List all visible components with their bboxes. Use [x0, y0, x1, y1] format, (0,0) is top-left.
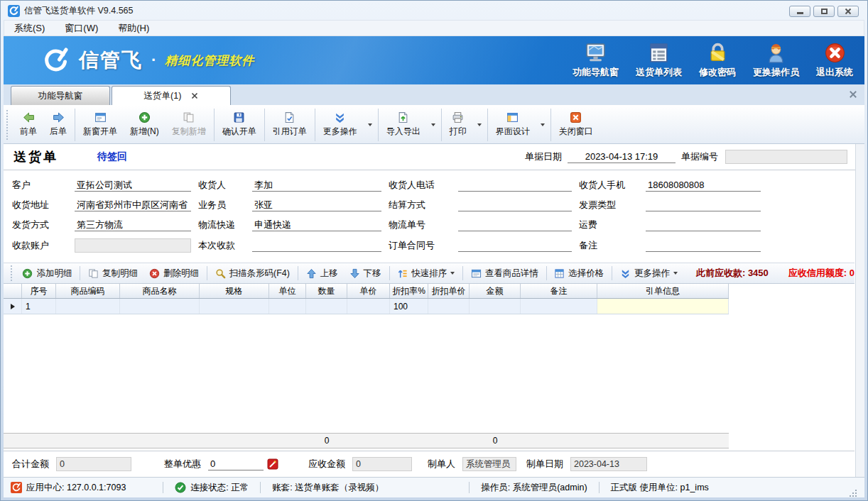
cell-product-code[interactable]: [56, 299, 120, 314]
close-button[interactable]: [837, 6, 859, 17]
chevron-down-icon: [368, 123, 372, 126]
cell-ref-info[interactable]: [597, 299, 729, 314]
scan-barcode-button[interactable]: 扫描条形码(F4): [210, 268, 295, 280]
cell-note[interactable]: [521, 299, 597, 314]
prev-order-button[interactable]: 前单: [13, 109, 43, 141]
maker-label: 制单人: [428, 458, 455, 470]
add-icon: [139, 111, 151, 123]
import-export-button[interactable]: 导入导出: [380, 109, 427, 141]
menu-system[interactable]: 系统(S): [14, 22, 45, 35]
receivable-amount-label: 应收金额: [308, 458, 345, 470]
settlement-field[interactable]: [458, 199, 572, 211]
tabstrip-close-icon[interactable]: [849, 90, 857, 99]
nav-window-button[interactable]: 功能导航窗: [573, 41, 619, 79]
freight-field[interactable]: [646, 219, 761, 231]
ui-design-dropdown[interactable]: [536, 107, 549, 142]
banner: 信管飞 · 精细化管理软件 功能导航窗 送货单列表 修改密码 更换操作员: [4, 36, 864, 84]
ui-design-button[interactable]: 界面设计: [489, 109, 536, 141]
more-actions-icon: [620, 268, 631, 279]
ship-method-field[interactable]: [75, 219, 191, 231]
remark-field[interactable]: [646, 239, 761, 252]
print-dropdown[interactable]: [473, 107, 486, 142]
receiver-field[interactable]: [252, 179, 381, 192]
receiver-phone-field[interactable]: [458, 179, 572, 192]
copy-icon: [183, 111, 195, 123]
status-badge: 待签回: [97, 150, 127, 163]
copy-detail-button[interactable]: 复制明细: [82, 268, 143, 280]
payment-account-field: [75, 238, 191, 253]
view-product-detail-button[interactable]: 查看商品详情: [465, 268, 544, 280]
cell-discount-price[interactable]: [428, 299, 470, 314]
app-logo-icon: [8, 5, 20, 17]
lock-icon: [706, 41, 729, 65]
address-field[interactable]: [75, 199, 191, 211]
delivery-list-button[interactable]: 送货单列表: [636, 41, 682, 79]
cell-unit[interactable]: [269, 299, 306, 314]
new-window-order-button[interactable]: 新窗开单: [77, 109, 124, 141]
tab-delivery-order[interactable]: 送货单(1): [112, 86, 231, 105]
cell-qty[interactable]: [306, 299, 347, 314]
order-discount-field[interactable]: [208, 458, 264, 470]
table-row[interactable]: 1 100: [4, 299, 729, 314]
move-down-button[interactable]: 下移: [344, 268, 387, 280]
doc-date-field[interactable]: [568, 150, 676, 163]
minimize-icon: [797, 12, 803, 14]
cell-discount-rate[interactable]: 100: [390, 299, 428, 314]
col-product-name: 商品名称: [120, 284, 200, 298]
tab-strip: 功能导航窗 送货单(1): [4, 84, 864, 105]
logistics-no-field[interactable]: [458, 219, 572, 231]
tab-nav-window[interactable]: 功能导航窗: [11, 86, 110, 105]
toolbar-grip[interactable]: [6, 110, 11, 140]
customer-field[interactable]: [75, 179, 191, 192]
check-circle-icon: [175, 482, 186, 493]
menu-help[interactable]: 帮助(H): [118, 22, 149, 35]
banner-actions: 功能导航窗 送货单列表 修改密码 更换操作员 退出系统: [573, 41, 853, 79]
move-up-button[interactable]: 上移: [300, 268, 344, 280]
current-payment-field[interactable]: [252, 239, 381, 252]
operator-status: 操作员: 系统管理员(admin): [481, 482, 587, 494]
cell-seq[interactable]: 1: [22, 299, 56, 314]
resize-grip-icon[interactable]: [849, 489, 857, 497]
product-detail-icon: [471, 268, 482, 279]
import-export-dropdown[interactable]: [427, 107, 440, 142]
edit-discount-icon[interactable]: [267, 458, 278, 470]
logistics-express-field[interactable]: [252, 219, 381, 231]
chevron-down-icon: [450, 272, 455, 275]
salesman-field[interactable]: [252, 199, 381, 211]
col-discount-rate: 折扣率%: [390, 284, 428, 298]
switch-operator-button[interactable]: 更换操作员: [753, 41, 799, 79]
receiver-mobile-field[interactable]: [646, 179, 761, 192]
more-actions-dropdown[interactable]: [364, 107, 376, 142]
add-new-button[interactable]: 新增(N): [124, 109, 166, 141]
minimize-button[interactable]: [789, 6, 810, 17]
select-price-button[interactable]: 选择价格: [548, 268, 609, 280]
cell-product-name[interactable]: [120, 299, 200, 314]
order-contract-field[interactable]: [458, 239, 572, 252]
add-detail-button[interactable]: 添加明细: [16, 268, 77, 280]
vertical-scrollbar[interactable]: [855, 144, 864, 477]
quick-sort-button[interactable]: 快速排序: [391, 268, 460, 280]
confirm-order-button[interactable]: 确认开单: [216, 109, 263, 141]
menu-window[interactable]: 窗口(W): [65, 22, 98, 35]
detail-toolbar-grip[interactable]: [11, 265, 13, 281]
cell-price[interactable]: [347, 299, 390, 314]
exit-system-button[interactable]: 退出系统: [816, 41, 853, 79]
more-actions-button[interactable]: 更多操作: [317, 109, 364, 141]
ref-order-button[interactable]: 引用订单: [266, 109, 313, 141]
invoice-type-field[interactable]: [646, 199, 761, 211]
next-order-button[interactable]: 后单: [43, 109, 73, 141]
print-button[interactable]: 打印: [443, 109, 473, 141]
cell-amount[interactable]: [470, 299, 521, 314]
delete-detail-button[interactable]: 删除明细: [143, 268, 205, 280]
maximize-button[interactable]: [813, 6, 835, 17]
doc-header: 送货单 待签回 单据日期 单据编号: [4, 144, 864, 170]
move-up-icon: [306, 268, 317, 279]
tab-close-icon[interactable]: [191, 92, 198, 99]
save-icon: [233, 111, 245, 123]
operator-icon: [764, 41, 788, 65]
close-tab-window-button[interactable]: 关闭窗口: [553, 109, 600, 141]
change-password-button[interactable]: 修改密码: [699, 41, 736, 79]
more-detail-actions-button[interactable]: 更多操作: [614, 268, 683, 280]
col-qty: 数量: [306, 284, 347, 298]
cell-spec[interactable]: [200, 299, 269, 314]
